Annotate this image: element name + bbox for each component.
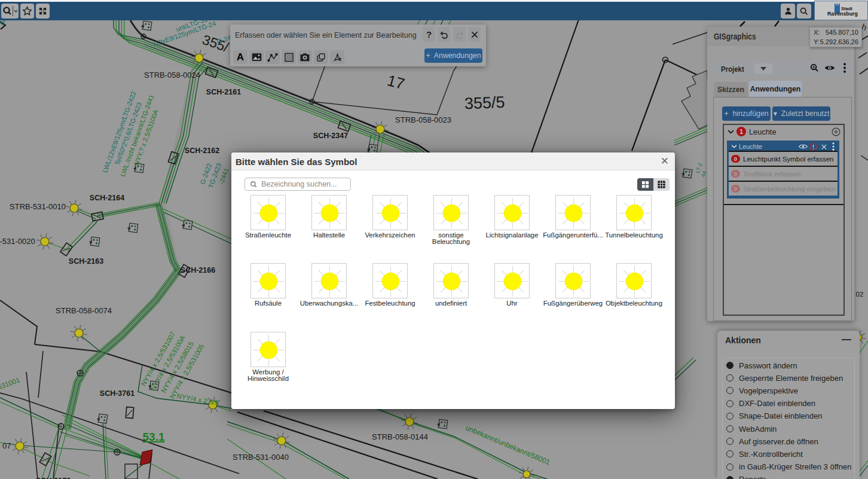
- svg-text:SCH-3761: SCH-3761: [100, 389, 135, 398]
- svg-text:355/5: 355/5: [464, 93, 505, 112]
- svg-text:STRB-531-0040: STRB-531-0040: [233, 453, 289, 462]
- svg-text:SCH-2163: SCH-2163: [69, 257, 103, 266]
- svg-text:Ravensburg: Ravensburg: [827, 11, 858, 17]
- svg-text:07: 07: [2, 441, 11, 450]
- svg-text:STRB-531-0010: STRB-531-0010: [10, 202, 66, 211]
- svg-text:SCH-2161: SCH-2161: [206, 88, 241, 96]
- svg-text:53.1: 53.1: [143, 431, 165, 443]
- svg-text:STRB-058-0074: STRB-058-0074: [56, 306, 112, 315]
- svg-text:STRB-058-0024: STRB-058-0024: [144, 71, 200, 80]
- svg-text:SCH-2166: SCH-2166: [181, 266, 215, 274]
- svg-text:SCH-2164: SCH-2164: [90, 194, 124, 202]
- svg-text:SCH-2347: SCH-2347: [313, 132, 348, 140]
- svg-text:STRB-058-0023: STRB-058-0023: [395, 115, 451, 124]
- svg-text:-531-0020: -531-0020: [0, 237, 35, 246]
- svg-text:02: 02: [856, 291, 864, 298]
- svg-text:SCH-2162: SCH-2162: [185, 147, 219, 155]
- svg-text:STRB-058-0144: STRB-058-0144: [372, 432, 428, 441]
- svg-text:SCH-3172: SCH-3172: [36, 477, 71, 479]
